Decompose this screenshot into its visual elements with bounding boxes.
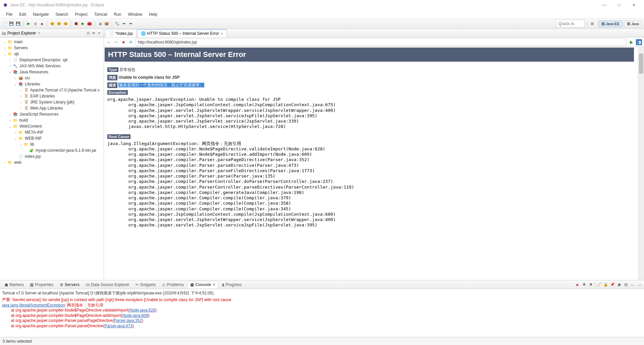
menu-search[interactable]: Search [52, 11, 71, 18]
remove-terminated-icon[interactable]: ✖ [581, 282, 587, 287]
browser-scrollbar[interactable] [638, 47, 644, 280]
menu-window[interactable]: Window [125, 11, 146, 18]
collapse-all-icon[interactable]: ⊟ [86, 30, 91, 36]
bottom-tab-properties[interactable]: ▦Properties [27, 281, 56, 288]
clear-console-icon[interactable]: 🧹 [596, 282, 602, 287]
stack-link[interactable]: Parser.java:352 [114, 318, 142, 323]
close-button[interactable]: ✕ [627, 0, 641, 10]
stack-link[interactable]: Node.java:609 [122, 313, 148, 318]
tree-twisty-icon[interactable]: › [2, 161, 7, 164]
console-output[interactable]: 严重: Servlet.service() for servlet [jsp] … [0, 297, 644, 337]
stop-load-icon[interactable]: ■ [121, 40, 126, 45]
display-console-icon[interactable]: ▣ [616, 282, 622, 287]
stack-link[interactable]: java.lang.IllegalArgumentException [2, 303, 65, 307]
stack-link[interactable]: Node.java:628 [129, 308, 155, 313]
tomcat-start-icon[interactable]: 🐱 [50, 21, 55, 26]
tab-close-icon[interactable]: ✕ [213, 283, 215, 286]
tree-node[interactable]: ›📁main [0, 39, 104, 45]
tree-twisty-icon[interactable]: › [7, 58, 13, 62]
tree-twisty-icon[interactable]: ⌄ [13, 82, 18, 86]
tree-node[interactable]: ⌄📁lib [0, 141, 104, 147]
editor-tab[interactable]: 📄*index.jsp [105, 29, 137, 37]
new-server-icon[interactable]: 🖥 [97, 21, 103, 26]
tree-twisty-icon[interactable]: › [2, 46, 7, 50]
tab-close-icon[interactable]: ✕ [220, 32, 223, 36]
tomcat-restart-icon[interactable]: 🐱 [63, 21, 68, 26]
maximize-button[interactable]: □ [612, 0, 627, 10]
tree-node[interactable]: ⌄📁WEB-INF [0, 135, 104, 141]
url-input[interactable] [136, 39, 627, 46]
scroll-lock-icon[interactable]: 🔒 [603, 282, 608, 287]
menu-navigate[interactable]: Navigate [30, 11, 52, 18]
tree-node[interactable]: 📄index.jsp [0, 153, 104, 159]
tree-node[interactable]: ⌄📁WebContent [0, 123, 104, 129]
tree-twisty-icon[interactable]: › [13, 131, 18, 134]
tree-twisty-icon[interactable]: › [7, 119, 13, 122]
run-icon[interactable]: ▶ [26, 21, 31, 26]
maximize-panel-icon[interactable]: □ [637, 282, 642, 287]
tree-node[interactable]: ›📄Deployment Descriptor: sjk [0, 57, 104, 63]
tree-twisty-icon[interactable]: › [13, 76, 18, 80]
tree-twisty-icon[interactable]: › [18, 94, 23, 98]
bottom-tab-progress[interactable]: ⧗Progress [219, 281, 245, 288]
tree-node[interactable]: ⌄📚Libraries [0, 81, 104, 87]
bottom-tab-markers[interactable]: ◼Markers [2, 281, 26, 288]
minimize-button[interactable]: — [597, 0, 612, 10]
open-perspective-icon[interactable]: ⊞ [590, 21, 595, 26]
stop-icon[interactable]: ■ [39, 21, 45, 26]
menu-edit[interactable]: Edit [16, 11, 30, 18]
link-editor-icon[interactable]: ⇆ [91, 30, 96, 36]
tree-twisty-icon[interactable]: › [2, 40, 7, 44]
tree-node[interactable]: ›🗄Web App Libraries [0, 105, 104, 111]
tree-twisty-icon[interactable]: › [18, 107, 23, 110]
bottom-tab-snippets[interactable]: ✂Snippets [133, 281, 159, 288]
menu-run[interactable]: Run [110, 11, 124, 18]
new-package-icon[interactable]: 📦 [104, 21, 109, 26]
quick-access-input[interactable] [556, 20, 585, 27]
debug-icon[interactable]: 🐞 [73, 21, 79, 26]
view-close-icon[interactable]: ✕ [38, 31, 41, 35]
go-icon[interactable]: ▶ [629, 40, 634, 45]
tree-node[interactable]: ›🗄JRE System Library [jdk] [0, 99, 104, 105]
tree-node[interactable]: ›📁web [0, 159, 104, 165]
remove-all-icon[interactable]: ✖ [588, 282, 593, 287]
run-last-icon[interactable]: ▶ [80, 21, 86, 26]
new-icon[interactable]: 📄 [2, 21, 7, 26]
tree-node[interactable]: ⌄📚Java Resources [0, 69, 104, 75]
stack-link[interactable]: Parser.java:473 [104, 324, 132, 328]
external-icon[interactable]: 🧰 [87, 21, 92, 26]
bottom-tab-data-source-explorer[interactable]: 🗃Data Source Explorer [83, 281, 132, 288]
save-icon[interactable]: 💾 [9, 21, 14, 26]
tree-twisty-icon[interactable]: › [7, 113, 13, 116]
tree-node[interactable]: ›📁build [0, 117, 104, 123]
tree-node[interactable]: ›🗄Apache Tomcat v7.0 [Apache Tomcat v [0, 87, 104, 93]
menu-help[interactable]: Help [146, 11, 161, 18]
tree-twisty-icon[interactable]: ⌄ [7, 125, 13, 128]
search-icon[interactable]: 🔍 [114, 21, 120, 26]
tree-node[interactable]: 🧩mysql-connector-java-5.1.6-bin.jar [0, 147, 104, 153]
tree-twisty-icon[interactable]: › [7, 64, 13, 68]
tree-twisty-icon[interactable]: › [18, 88, 23, 92]
tree-node[interactable]: ⌄📁sjk [0, 51, 104, 57]
tree-node[interactable]: ›🗄EAR Libraries [0, 93, 104, 99]
menu-project[interactable]: Project [71, 11, 91, 18]
tree-node[interactable]: ›📁META-INF [0, 129, 104, 135]
terminate-icon[interactable]: ■ [575, 282, 580, 287]
menu-file[interactable]: File [3, 11, 16, 18]
bottom-tab-servers[interactable]: 🖥Servers [57, 281, 82, 288]
pause-icon[interactable]: ⏸ [33, 21, 38, 26]
tree-twisty-icon[interactable]: ⌄ [13, 137, 18, 140]
tree-node[interactable]: ›📁Servers [0, 45, 104, 51]
tree-twisty-icon[interactable]: ⌄ [18, 143, 23, 146]
tree-twisty-icon[interactable]: ⌄ [2, 52, 7, 56]
menu-tomcat[interactable]: Tomcat [91, 11, 111, 18]
perspective-java[interactable]: ⊞Java [624, 20, 642, 27]
annotation-next-icon[interactable]: ➡ [128, 21, 133, 26]
tree-node[interactable]: ›📦src [0, 75, 104, 81]
tree-twisty-icon[interactable]: ⌄ [7, 70, 13, 74]
perspective-java-ee[interactable]: ⊞Java EE [598, 20, 623, 27]
tree-twisty-icon[interactable]: › [18, 100, 23, 104]
minimize-panel-icon[interactable]: — [630, 282, 635, 287]
bottom-tab-console[interactable]: ▣Console✕ [187, 281, 218, 288]
refresh-icon[interactable]: ⟳ [128, 40, 133, 45]
